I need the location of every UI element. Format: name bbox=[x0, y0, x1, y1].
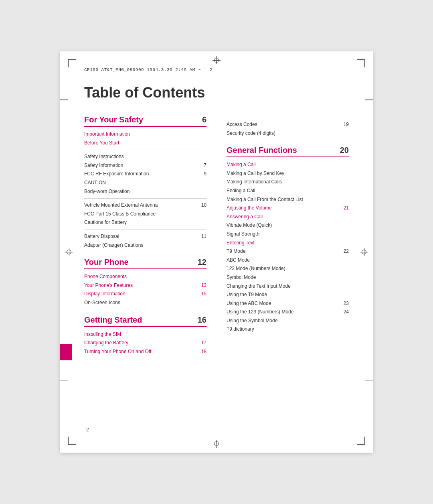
divider bbox=[84, 198, 206, 199]
toc-item: Phone Components bbox=[84, 272, 206, 281]
toc-item: ABC Mode bbox=[227, 256, 349, 265]
toc-item: Before You Start bbox=[84, 139, 206, 148]
corner-mark-bottom-left bbox=[68, 437, 76, 445]
toc-item: Making a Call by Send Key bbox=[227, 169, 349, 178]
right-column: Access Codes 19 Security code (4 digits)… bbox=[227, 115, 349, 364]
toc-item: Cautions for Battery bbox=[84, 218, 206, 227]
section-page-num: 16 bbox=[198, 315, 206, 325]
section-page-num: 20 bbox=[340, 146, 349, 155]
left-column: For Your Safety 6 Important Information … bbox=[84, 115, 206, 364]
toc-item: Charging the Battery 17 bbox=[84, 339, 206, 348]
toc-item: FCC Part 15 Class B Compliance bbox=[84, 210, 206, 219]
toc-item: Answering a Call bbox=[227, 213, 349, 222]
toc-item: Display Information 15 bbox=[84, 290, 206, 299]
toc-item: Turning Your Phone On and Off 18 bbox=[84, 348, 206, 356]
divider bbox=[84, 150, 206, 150]
toc-item: Symbol Mode bbox=[227, 273, 349, 282]
toc-item: T9 dictionary bbox=[227, 325, 349, 334]
toc-item: Using the ABC Mode 23 bbox=[227, 299, 349, 308]
toc-item: Safety Information 7 bbox=[84, 161, 206, 170]
reg-mark-bottom bbox=[212, 440, 221, 448]
toc-item: Your Phone's Features 13 bbox=[84, 281, 206, 290]
side-mark-left-bottom bbox=[60, 380, 68, 381]
toc-item: Body-worn Operation bbox=[84, 187, 206, 196]
side-mark-right-bottom bbox=[365, 380, 373, 381]
section-title-text: For Your Safety bbox=[84, 115, 143, 124]
page: CP150 AT&T_ENG_080909 1904.3.30 2:49 AM … bbox=[60, 51, 373, 453]
section-title-text: Your Phone bbox=[84, 258, 129, 267]
divider bbox=[84, 230, 206, 230]
section-title-text: General Functions bbox=[227, 146, 297, 155]
toc-item: Vehicle Mounted External Antenna 10 bbox=[84, 201, 206, 210]
section-page-num: 6 bbox=[202, 115, 206, 124]
toc-item: Installing the SIM bbox=[84, 330, 206, 339]
toc-item: Security code (4 digits) bbox=[227, 129, 349, 138]
section-getting-started: Getting Started 16 Installing the SIM Ch… bbox=[84, 315, 206, 356]
section-title-for-your-safety: For Your Safety 6 bbox=[84, 115, 206, 127]
toc-item: Changing the Text Input Mode bbox=[227, 282, 349, 291]
toc-item: Using the 123 (Numbers) Mode 24 bbox=[227, 308, 349, 317]
section-title-getting-started: Getting Started 16 bbox=[84, 315, 206, 327]
reg-mark-top bbox=[212, 56, 221, 64]
section-title-general-functions: General Functions 20 bbox=[227, 146, 349, 157]
toc-item: Adapter (Charger) Cautions bbox=[84, 241, 206, 250]
toc-item: Using the Symbol Mode bbox=[227, 317, 349, 325]
section-your-phone: Your Phone 12 Phone Components Your Phon… bbox=[84, 258, 206, 307]
footer-page-number: 2 bbox=[86, 427, 89, 433]
side-mark-right-top bbox=[365, 100, 373, 100]
section-for-your-safety: For Your Safety 6 Important Information … bbox=[84, 115, 206, 250]
side-mark-left-top bbox=[60, 100, 68, 100]
corner-mark-bottom-right bbox=[357, 437, 365, 445]
toc-item: CAUTION bbox=[84, 179, 206, 187]
toc-item: Making International Calls bbox=[227, 178, 349, 187]
toc-item: Signal Strength bbox=[227, 230, 349, 239]
toc-item: Access Codes 19 bbox=[227, 120, 349, 129]
toc-item: Making a Call From the Contact List bbox=[227, 195, 349, 204]
page-title: Table of Contents bbox=[84, 84, 349, 101]
toc-item: Ending a Call bbox=[227, 187, 349, 195]
section-general-functions: General Functions 20 Making a Call Makin… bbox=[227, 146, 349, 334]
toc-item: Making a Call bbox=[227, 161, 349, 169]
section-title-text: Getting Started bbox=[84, 315, 142, 325]
corner-mark-top-left bbox=[68, 59, 76, 67]
reg-mark-left bbox=[65, 248, 73, 256]
toc-item: Vibrate Mode (Quick) bbox=[227, 221, 349, 230]
toc-item: Using the T9 Mode bbox=[227, 291, 349, 299]
toc-item: T9 Mode 22 bbox=[227, 247, 349, 256]
toc-item: FCC RF Exposure Information 9 bbox=[84, 170, 206, 179]
reg-mark-right bbox=[360, 248, 368, 256]
section-access-codes: Access Codes 19 Security code (4 digits) bbox=[227, 115, 349, 138]
corner-mark-top-right bbox=[357, 59, 365, 67]
toc-item: On-Screen Icons bbox=[84, 299, 206, 307]
header-text: CP150 AT&T_ENG_080909 1904.3.30 2:49 AM … bbox=[84, 67, 349, 72]
content-grid: For Your Safety 6 Important Information … bbox=[84, 115, 349, 364]
pink-tab bbox=[60, 344, 72, 360]
toc-item: Entering Text bbox=[227, 239, 349, 248]
toc-item: Battery Disposal 11 bbox=[84, 232, 206, 241]
toc-item: Important Information bbox=[84, 130, 206, 139]
section-title-your-phone: Your Phone 12 bbox=[84, 258, 206, 269]
section-page-num: 12 bbox=[198, 258, 206, 267]
toc-item: Adjusting the Volume 21 bbox=[227, 204, 349, 213]
toc-item: Safety Instructions bbox=[84, 152, 206, 161]
toc-item: 123 Mode (Numbers Mode) bbox=[227, 264, 349, 273]
